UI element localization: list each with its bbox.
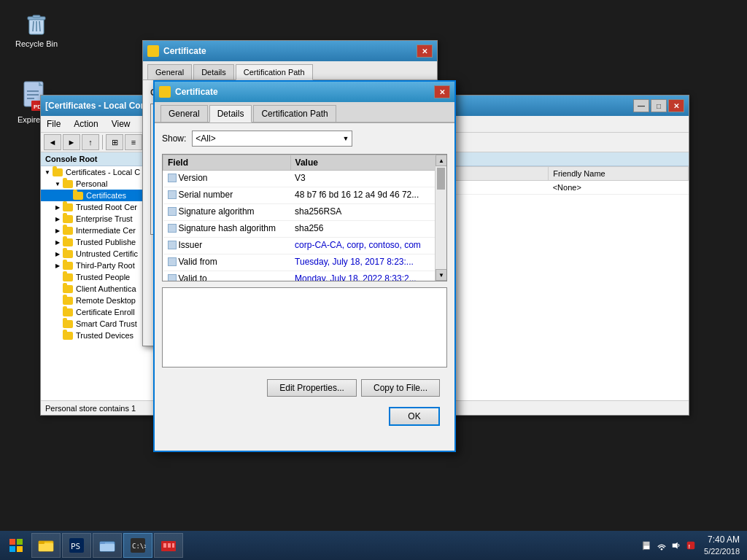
sound-tray-icon[interactable] — [670, 540, 682, 551]
toolbar-back-btn[interactable]: ◄ — [44, 134, 61, 150]
tree-arrow-personal: ▼ — [54, 180, 61, 187]
sidebar-intermediate-label: Intermediate Cer — [76, 226, 136, 235]
cert-front-body: Show: <All> ▼ Field Value — [155, 123, 454, 440]
cert-icon-valid-to — [168, 274, 177, 281]
cert-front-close-btn[interactable]: ✕ — [434, 85, 450, 98]
taskbar-item-tools[interactable] — [154, 533, 183, 558]
scroll-up-btn[interactable]: ▲ — [436, 155, 447, 166]
cert-back-tab-details[interactable]: Details — [193, 64, 234, 79]
menu-file[interactable]: File — [44, 117, 63, 131]
cert-ok-btn[interactable]: OK — [389, 407, 440, 426]
tree-arrow-intermediate: ▶ — [54, 227, 61, 234]
svg-rect-32 — [643, 545, 650, 549]
recycle-bin-icon[interactable]: Recycle Bin — [11, 7, 62, 48]
details-row-issuer[interactable]: Issuer corp-CA-CA, corp, contoso, com — [163, 238, 446, 254]
value-sig-alg: sha256RSA — [290, 204, 446, 221]
svg-rect-18 — [39, 543, 53, 551]
cert-front-icon — [159, 86, 171, 98]
cert-front-tab-details[interactable]: Details — [209, 105, 252, 122]
recycle-bin-image — [22, 7, 51, 36]
start-button[interactable] — [1, 532, 31, 559]
cert-front-title-left: Certificate — [159, 86, 218, 98]
cert-back-title-icon — [147, 45, 159, 57]
menu-action[interactable]: Action — [71, 117, 101, 131]
details-row-sig-alg[interactable]: Signature algorithm sha256RSA — [163, 204, 446, 221]
svg-text:!: ! — [689, 542, 691, 549]
taskbar-item-powershell[interactable]: PS — [62, 533, 91, 558]
toolbar-list-btn[interactable]: ≡ — [125, 134, 142, 150]
network-tray-icon[interactable] — [656, 540, 667, 551]
cmd-icon: C:\> — [130, 537, 146, 553]
details-row-sig-hash[interactable]: Signature hash algorithm sha256 — [163, 221, 446, 238]
sidebar-trusted-pub-label: Trusted Publishe — [76, 238, 136, 246]
status-text: Personal store contains 1 — [45, 404, 136, 413]
svg-rect-13 — [9, 539, 15, 545]
svg-rect-16 — [17, 546, 23, 552]
taskbar-item-cmd[interactable]: C:\> — [123, 533, 152, 558]
cert-back-tab-general[interactable]: General — [147, 64, 192, 79]
value-issuer: corp-CA-CA, corp, contoso, com — [290, 238, 446, 254]
cert-icon-serial — [168, 190, 177, 199]
cert-window-front: Certificate ✕ General Details Certificat… — [153, 80, 456, 452]
svg-rect-31 — [643, 542, 650, 545]
tree-arrow-untrusted: ▶ — [54, 250, 61, 257]
svg-line-3 — [33, 21, 34, 31]
system-tray: ! — [641, 540, 697, 551]
folder-icon-trusted-people — [63, 273, 73, 281]
flag-tray-icon[interactable] — [641, 540, 653, 551]
clock-time: 7:40 AM — [704, 534, 740, 546]
menu-view[interactable]: View — [109, 117, 133, 131]
sidebar-smart-card-label: Smart Card Trust — [76, 319, 137, 328]
col-friendly[interactable]: Friendly Name — [549, 167, 689, 181]
col-field[interactable]: Field — [163, 155, 291, 171]
tree-arrow-root: ▼ — [44, 168, 51, 176]
svg-rect-2 — [33, 15, 40, 18]
copy-to-file-btn[interactable]: Copy to File... — [361, 379, 440, 397]
toolbar-up-btn[interactable]: ↑ — [82, 134, 99, 150]
scroll-track — [436, 166, 446, 269]
toolbar-view-btn[interactable]: ⊞ — [106, 134, 123, 150]
folder-icon-certs — [73, 192, 83, 200]
field-valid-to: Valid to — [163, 271, 291, 282]
desktop: Recycle Bin PDF ExpireTe... [Certificate… — [0, 0, 747, 560]
svg-text:C:\>: C:\> — [132, 542, 146, 550]
cert-back-tab-cert-path[interactable]: Certification Path — [236, 64, 313, 80]
svg-rect-15 — [9, 546, 15, 552]
taskbar: PS C:\> — [0, 531, 747, 560]
value-detail-box — [162, 287, 447, 368]
mmc-close-btn[interactable]: ✕ — [668, 99, 684, 112]
value-valid-to: Monday, July 18, 2022 8:33:2... — [290, 271, 446, 282]
cert-front-tab-cert-path[interactable]: Certification Path — [253, 105, 336, 122]
folder-icon-third-party — [63, 262, 73, 270]
field-issuer: Issuer — [163, 238, 291, 254]
edit-properties-btn[interactable]: Edit Properties... — [267, 379, 357, 397]
scroll-down-btn[interactable]: ▼ — [436, 269, 447, 281]
taskbar-item-folder[interactable] — [93, 533, 122, 558]
clock-display[interactable]: 7:40 AM 5/22/2018 — [704, 534, 740, 556]
taskbar-item-file-explorer[interactable] — [31, 533, 61, 558]
mmc-maximize-btn[interactable]: □ — [651, 99, 667, 112]
cert-footer: Edit Properties... Copy to File... — [162, 373, 447, 402]
cert-back-title-text: Certificate — [163, 46, 206, 56]
cert-back-close-btn[interactable]: ✕ — [417, 44, 433, 58]
scroll-thumb[interactable] — [437, 168, 445, 190]
details-row-valid-to[interactable]: Valid to Monday, July 18, 2022 8:33:2... — [163, 271, 446, 282]
svg-rect-28 — [163, 543, 166, 548]
sidebar-trusted-devices-label: Trusted Devices — [76, 331, 133, 340]
details-row-version[interactable]: Version V3 — [163, 171, 446, 187]
mmc-minimize-btn[interactable]: — — [633, 99, 649, 112]
cert-footer-right: Edit Properties... Copy to File... — [267, 379, 440, 397]
sidebar-third-party-label: Third-Party Root — [76, 261, 135, 270]
details-row-serial[interactable]: Serial number 48 b7 f6 bd 16 12 a4 9d 46… — [163, 187, 446, 204]
svg-line-5 — [39, 21, 40, 31]
security-tray-icon[interactable]: ! — [685, 540, 697, 551]
col-value[interactable]: Value — [290, 155, 446, 171]
toolbar-forward-btn[interactable]: ► — [63, 134, 80, 150]
field-sig-hash: Signature hash algorithm — [163, 221, 291, 238]
folder-icon-intermediate — [63, 227, 73, 235]
cert-icon-version — [168, 174, 177, 182]
show-dropdown[interactable]: <All> ▼ — [192, 131, 352, 147]
details-row-valid-from[interactable]: Valid from Tuesday, July 18, 2017 8:23:.… — [163, 254, 446, 271]
sidebar-untrusted-label: Untrusted Certific — [76, 249, 138, 258]
cert-front-tab-general[interactable]: General — [160, 105, 208, 122]
